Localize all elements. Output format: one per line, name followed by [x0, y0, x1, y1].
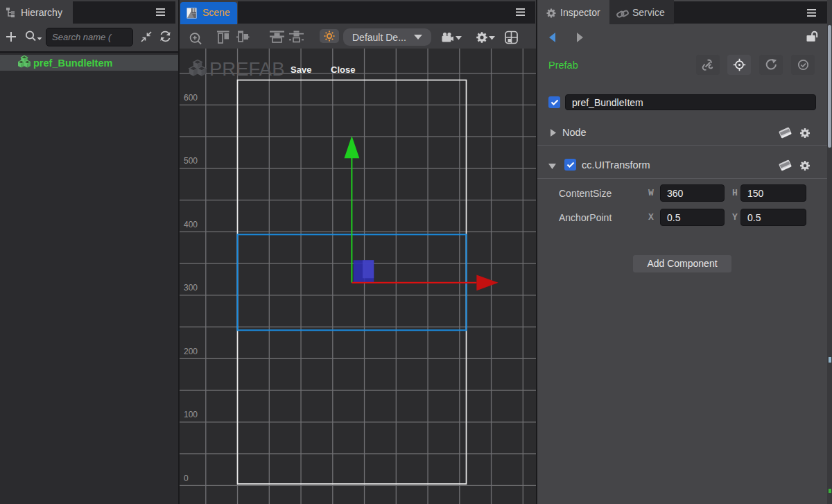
svg-text:300: 300: [184, 283, 198, 293]
svg-text:100: 100: [184, 410, 198, 419]
svg-text:Close: Close: [331, 64, 355, 75]
svg-text:0: 0: [184, 473, 189, 483]
svg-text:Default De...: Default De...: [352, 32, 406, 43]
svg-text:PREFAB: PREFAB: [209, 58, 285, 80]
svg-text:400: 400: [184, 220, 198, 229]
svg-text:500: 500: [184, 156, 198, 166]
svg-text:200: 200: [184, 347, 198, 356]
svg-text:600: 600: [184, 93, 198, 103]
svg-text:Save: Save: [291, 64, 311, 75]
